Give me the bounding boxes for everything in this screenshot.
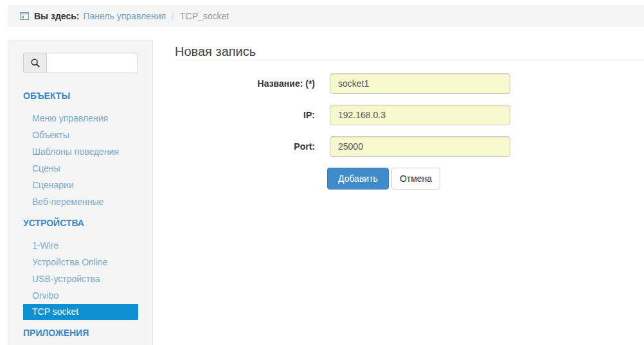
sidebar-header-devices: УСТРОЙСТВА (23, 217, 138, 229)
form-buttons: Добавить Отмена (327, 168, 644, 190)
sidebar-item-objects[interactable]: Объекты (23, 127, 138, 143)
form-row-ip: IP: (175, 105, 644, 125)
sidebar-item-behavior-templates[interactable]: Шаблоны поведения (23, 143, 138, 160)
page-title: Новая запись (175, 43, 644, 60)
sidebar-search (23, 53, 138, 73)
name-field[interactable] (330, 73, 510, 94)
sidebar-header-objects: ОБЪЕКТЫ (23, 90, 138, 102)
sidebar-header-applications: ПРИЛОЖЕНИЯ (23, 327, 138, 339)
sidebar-section-objects: Меню управления Объекты Шаблоны поведени… (23, 110, 138, 210)
breadcrumb-link-control-panel[interactable]: Панель управления (83, 11, 166, 21)
ip-field[interactable] (330, 105, 510, 125)
sidebar-section-devices: 1-Wire Устройства Online USB-устройства … (23, 237, 138, 320)
sidebar-item-web-variables[interactable]: Веб-переменные (23, 193, 138, 210)
new-record-form: Название: (*) IP: Port: Добавить Отмена (175, 73, 644, 190)
add-button[interactable]: Добавить (327, 168, 389, 190)
cancel-button[interactable]: Отмена (391, 168, 440, 190)
breadcrumb-prefix: Вы здесь: (34, 11, 79, 21)
sidebar-item-control-menu[interactable]: Меню управления (23, 110, 138, 127)
name-field-label: Название: (*) (175, 78, 315, 89)
sidebar-item-orvibo[interactable]: Orvibo (23, 287, 138, 304)
sidebar: ОБЪЕКТЫ Меню управления Объекты Шаблоны … (8, 40, 153, 345)
breadcrumb: Вы здесь: Панель управления / TCP_socket (8, 5, 644, 27)
breadcrumb-current: TCP_socket (180, 11, 229, 21)
form-row-port: Port: (175, 136, 644, 157)
ip-field-label: IP: (175, 110, 315, 120)
title-divider (175, 60, 644, 60)
sidebar-search-input[interactable] (47, 53, 138, 73)
sidebar-item-tcp-socket[interactable]: TCP socket (23, 304, 138, 320)
sidebar-item-usb-devices[interactable]: USB-устройства (23, 270, 138, 287)
search-icon (30, 58, 40, 68)
port-field-label: Port: (175, 141, 315, 152)
sidebar-item-scenes[interactable]: Сцены (23, 160, 138, 177)
sidebar-item-devices-online[interactable]: Устройства Online (23, 254, 138, 270)
application-window-icon (19, 11, 30, 21)
form-row-name: Название: (*) (175, 73, 644, 94)
sidebar-item-1wire[interactable]: 1-Wire (23, 237, 138, 254)
sidebar-item-scripts[interactable]: Сценарии (23, 177, 138, 193)
search-button[interactable] (23, 53, 47, 73)
breadcrumb-separator: / (172, 11, 174, 21)
main-content: Новая запись Название: (*) IP: Port: Доб… (175, 39, 644, 190)
port-field[interactable] (330, 136, 510, 157)
